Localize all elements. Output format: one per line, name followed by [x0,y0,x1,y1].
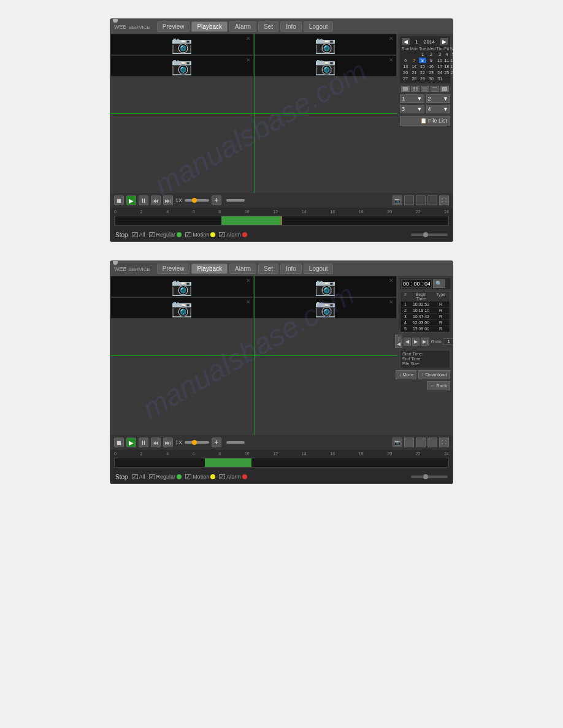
cal-day-1[interactable]: 1 [419,51,426,57]
cal-day-11[interactable]: 11 [444,58,449,63]
speed-slider-2[interactable] [185,441,209,444]
cal-day-7[interactable]: 7 [410,58,418,63]
legend-regular[interactable]: ✓ Regular [149,232,182,238]
cal-day-3[interactable]: 3 [436,51,443,57]
stop-btn-2[interactable]: ⏹ [114,438,124,447]
legend-all-2[interactable]: ✓ All [132,474,145,480]
ch-select-1[interactable]: 1 ▼ [400,94,424,103]
cal-day-21[interactable]: 21 [410,70,418,75]
play-btn-2[interactable]: ▶ [126,438,136,447]
view-full-btn[interactable] [440,86,449,92]
rec-btn-2-1[interactable] [404,438,414,447]
rec-btn-1[interactable] [404,195,414,205]
ch-select-4[interactable]: 4 ▼ [426,105,451,113]
cal-day-15[interactable]: 15 [419,64,426,69]
cal-day-2[interactable]: 2 [427,51,435,57]
legend-motion-2[interactable]: ✓ Motion [185,474,215,480]
view-9ch-btn[interactable] [421,86,429,92]
page-next-btn[interactable]: ▶ [412,338,419,346]
cal-day-12[interactable]: 12 [450,58,453,63]
ch-select-2[interactable]: 2 ▼ [426,94,451,103]
cal-day-30[interactable]: 30 [427,76,435,82]
file-row-2[interactable]: 2 10:18:10 R [400,308,450,314]
cal-day-27[interactable]: 27 [402,76,409,82]
timeline-track-2[interactable] [114,458,449,468]
cal-day-29[interactable]: 29 [419,76,426,82]
file-list-btn[interactable]: 📋 File List [400,116,450,126]
nav-set[interactable]: Set [258,21,278,32]
download-btn[interactable]: ↓ Download [418,370,450,379]
rec-btn-3[interactable] [427,195,437,205]
cal-day-4[interactable]: 4 [444,51,449,57]
back-btn[interactable]: ← Back [427,381,450,390]
legend-regular-2[interactable]: ✓ Regular [149,474,182,480]
cal-day-9[interactable]: 9 [427,58,435,63]
page-prev-btn[interactable]: ◀ [404,338,411,346]
nav-preview[interactable]: Preview [157,21,190,32]
nav-logout-2[interactable]: Logout [304,264,334,274]
fullscreen-btn-2[interactable]: ⛶ [439,438,449,447]
file-row-5[interactable]: 5 13:09:00 R [400,326,450,332]
cal-day-23[interactable]: 23 [427,70,435,75]
nav-set-2[interactable]: Set [258,264,278,274]
cal-day-16[interactable]: 16 [427,64,435,69]
pause-btn-2[interactable]: ⏸ [139,438,148,447]
view-4ch-btn[interactable] [411,86,419,92]
brightness-slider[interactable] [411,233,448,236]
view-1ch-btn[interactable] [401,86,410,92]
cal-day-13[interactable]: 13 [402,64,409,69]
legend-alarm-2[interactable]: ✓ Alarm [219,474,247,480]
cal-day-8-today[interactable]: 8 [419,58,426,63]
time-search-input[interactable] [401,279,432,288]
nav-alarm[interactable]: Alarm [229,21,256,32]
cal-day-18[interactable]: 18 [444,64,449,69]
prev-frame-btn[interactable]: ⏮ [151,195,161,205]
cal-day-20[interactable]: 20 [402,70,409,75]
cal-day-28[interactable]: 28 [410,76,418,82]
cal-day-10[interactable]: 10 [436,58,443,63]
file-row-1[interactable]: 1 10:02:52 R [400,301,450,308]
brightness-slider-2[interactable] [411,476,448,478]
file-row-3[interactable]: 3 10:47:42 R [400,314,450,320]
nav-playback-2[interactable]: Playback [191,264,228,274]
legend-motion[interactable]: ✓ Motion [185,232,215,238]
file-row-4[interactable]: 4 12:03:00 R [400,320,450,326]
view-16ch-btn[interactable] [431,86,439,92]
play-btn[interactable]: ▶ [126,195,136,205]
cal-prev-btn[interactable]: ◀ [402,38,410,45]
nav-info[interactable]: Info [280,21,302,32]
cal-day-22[interactable]: 22 [419,70,426,75]
rec-btn-2-2[interactable] [416,438,426,447]
cal-day-17[interactable]: 17 [436,64,443,69]
cal-day-26[interactable]: 26 [450,70,453,75]
legend-all[interactable]: ✓ All [132,232,145,238]
next-frame-btn-2[interactable]: ⏭ [163,438,173,447]
timeline-track[interactable] [114,216,449,226]
cal-day-19[interactable]: 19 [450,64,453,69]
pause-btn[interactable]: ⏸ [139,195,148,205]
page-goto-input[interactable] [443,338,453,345]
legend-alarm[interactable]: ✓ Alarm [219,232,247,238]
page-last-btn[interactable]: ▶| [421,338,429,346]
nav-preview-2[interactable]: Preview [157,264,190,274]
nav-logout[interactable]: Logout [304,21,334,32]
nav-info-2[interactable]: Info [280,264,302,274]
fullscreen-btn[interactable]: ⛶ [439,195,449,205]
prev-frame-btn-2[interactable]: ⏮ [151,438,161,447]
ch-select-3[interactable]: 3 ▼ [400,105,424,113]
cal-day-31[interactable]: 31 [436,76,443,82]
zoom-slider-2[interactable] [226,441,245,444]
next-frame-btn[interactable]: ⏭ [163,195,173,205]
more-btn[interactable]: ↓ More [396,370,416,379]
rec-btn-2-3[interactable] [427,438,437,447]
cal-day-6[interactable]: 6 [402,58,409,63]
zoom-slider[interactable] [226,199,245,202]
speed-slider[interactable] [185,199,209,202]
rec-btn-2[interactable] [416,195,426,205]
cal-day-25[interactable]: 25 [444,70,449,75]
zoom-in-btn-2[interactable]: + [212,438,221,447]
snapshot-btn[interactable]: 📷 [393,195,402,205]
nav-playback[interactable]: Playback [191,21,228,32]
cal-day-5[interactable]: 5 [450,51,453,57]
cal-day-24[interactable]: 24 [436,70,443,75]
